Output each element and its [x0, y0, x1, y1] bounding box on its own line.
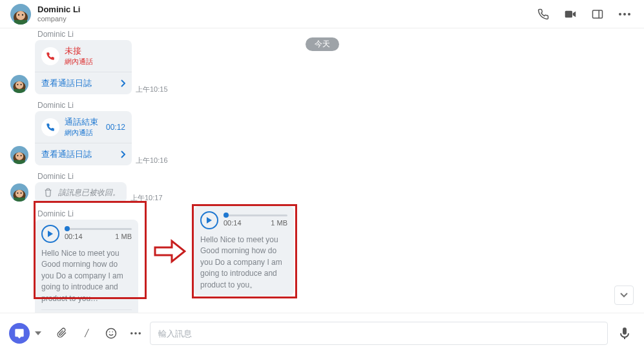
chat-title: Dominic Li — [37, 5, 80, 15]
svg-rect-7 — [565, 10, 572, 17]
sender-name: Dominic Li — [37, 30, 638, 39]
phone-icon — [41, 47, 59, 65]
view-call-log-button[interactable]: 查看通話日誌 — [35, 72, 132, 94]
svg-point-41 — [107, 329, 116, 338]
message-input[interactable] — [150, 322, 608, 345]
voice-size: 1 MB — [115, 233, 132, 240]
svg-point-11 — [623, 13, 626, 16]
more-button[interactable] — [616, 5, 634, 23]
call-type: 網內通話 — [65, 57, 93, 67]
phone-icon — [41, 118, 59, 136]
svg-point-45 — [134, 332, 137, 335]
avatar[interactable] — [10, 75, 28, 93]
timestamp: 上午10:16 — [136, 156, 168, 165]
voice-seek-bar[interactable] — [65, 228, 132, 230]
svg-rect-47 — [623, 328, 627, 335]
call-type: 網內通話 — [65, 128, 98, 138]
action-label: 查看通話日誌 — [41, 149, 92, 160]
call-status: 通話結束 — [65, 116, 98, 128]
play-button[interactable] — [200, 211, 218, 229]
svg-point-44 — [130, 332, 133, 335]
retracted-bubble: 該訊息已被收回。 — [35, 182, 127, 203]
voice-duration: 00:14 — [65, 233, 83, 240]
trash-icon — [41, 186, 54, 199]
svg-point-26 — [21, 155, 22, 156]
svg-rect-17 — [14, 89, 25, 93]
format-button[interactable]: / — [76, 323, 97, 344]
svg-point-3 — [16, 11, 25, 20]
chat-mode-dropdown[interactable] — [34, 331, 43, 335]
svg-rect-31 — [14, 198, 25, 202]
svg-rect-4 — [14, 20, 27, 25]
scroll-to-bottom-button[interactable] — [614, 286, 634, 305]
sender-name: Dominic Li — [37, 172, 638, 181]
svg-rect-24 — [14, 160, 25, 164]
voice-size: 1 MB — [271, 219, 287, 227]
avatar[interactable] — [10, 146, 28, 164]
chat-subtitle: company — [37, 15, 80, 23]
more-actions-button[interactable] — [125, 323, 146, 344]
voice-callout-bubble: 00:14 1 MB Hello Nice to meet you Good m… — [194, 206, 294, 296]
chevron-right-icon — [120, 79, 125, 87]
svg-point-19 — [21, 84, 22, 85]
svg-point-46 — [138, 332, 141, 335]
composer: / — [0, 313, 644, 354]
voice-message-bubble: 00:14 1 MB Hello Nice to meet you Good m… — [35, 220, 138, 313]
voice-duration: 00:14 — [223, 219, 242, 227]
svg-point-6 — [22, 14, 23, 15]
call-bubble-ended: 通話結束 網內通話 00:12 查看通話日誌 — [35, 111, 132, 165]
avatar[interactable] — [10, 4, 31, 25]
play-button[interactable] — [41, 225, 59, 243]
sender-name: Dominic Li — [37, 209, 638, 218]
svg-point-12 — [628, 13, 630, 16]
timestamp: 上午10:15 — [136, 85, 168, 94]
svg-point-5 — [18, 14, 19, 15]
messages-pane: 今天 Dominic Li 未接 網內通話 查看通話日 — [0, 28, 644, 313]
call-status: 未接 — [65, 45, 93, 57]
call-duration: 00:12 — [106, 123, 125, 132]
call-bubble-missed: 未接 網內通話 查看通話日誌 — [35, 40, 132, 94]
svg-point-30 — [16, 190, 23, 198]
svg-rect-8 — [593, 10, 603, 18]
voice-transcript: Hello Nice to meet you Good morning how … — [200, 234, 287, 291]
chevron-right-icon — [120, 151, 125, 158]
voice-seek-bar[interactable] — [223, 214, 287, 216]
svg-point-32 — [17, 193, 18, 194]
panel-toggle-button[interactable] — [588, 5, 607, 23]
svg-point-33 — [21, 193, 22, 194]
chat-mode-button[interactable] — [9, 323, 30, 344]
view-call-log-button[interactable]: 查看通話日誌 — [35, 143, 132, 165]
retracted-text: 該訊息已被收回。 — [58, 187, 120, 198]
sender-name: Dominic Li — [37, 101, 638, 110]
svg-point-16 — [16, 81, 23, 89]
svg-point-10 — [619, 13, 621, 16]
svg-point-25 — [17, 155, 18, 156]
video-call-button[interactable] — [561, 5, 579, 23]
voice-record-button[interactable] — [614, 323, 635, 344]
voice-transcript: Hello Nice to meet you Good morning how … — [41, 248, 132, 304]
action-label: 查看通話日誌 — [41, 78, 92, 89]
svg-point-18 — [17, 84, 18, 85]
avatar[interactable] — [10, 183, 28, 202]
svg-point-43 — [112, 331, 114, 333]
chat-header: Dominic Li company — [0, 0, 644, 28]
emoji-button[interactable] — [101, 323, 121, 344]
timestamp: 上午10:17 — [130, 193, 163, 203]
voice-call-button[interactable] — [534, 5, 552, 23]
attach-button[interactable] — [52, 323, 72, 344]
svg-point-42 — [109, 331, 110, 333]
svg-point-23 — [16, 152, 23, 160]
